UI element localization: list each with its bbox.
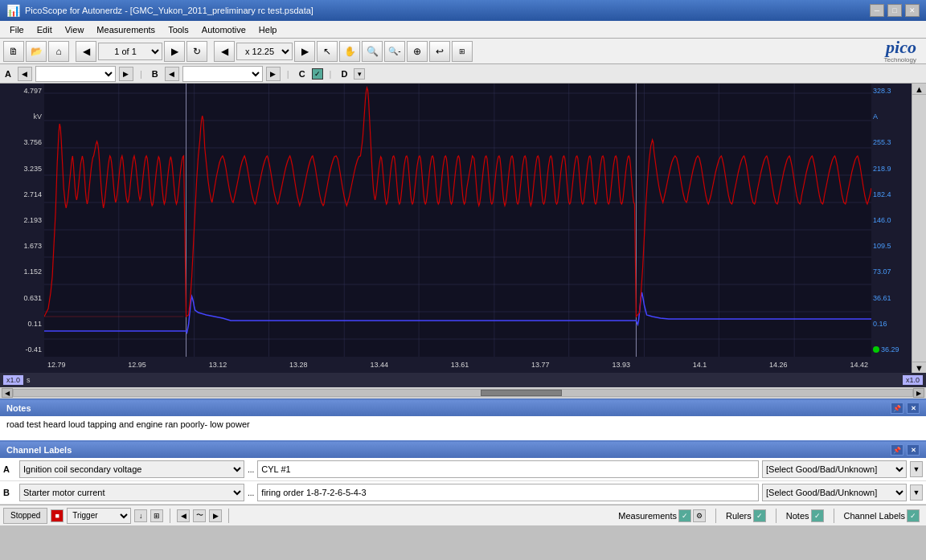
measurements-label: Measurements: [618, 511, 677, 521]
x-label-5: 13.61: [451, 361, 469, 369]
hand-tool[interactable]: ✋: [339, 41, 360, 62]
channel-b-id: B: [3, 488, 16, 497]
next-zoom-button[interactable]: ▶: [294, 41, 315, 62]
zoom-in-button[interactable]: 🔍: [362, 41, 383, 62]
channel-d-marker[interactable]: ▾: [354, 68, 365, 80]
channel-b-select[interactable]: [182, 66, 263, 82]
scroll-up-button[interactable]: ▲: [912, 84, 926, 95]
notes-header: Notes 📌 ✕: [0, 400, 926, 416]
channel-b-label: B: [149, 69, 162, 79]
channel-b-right[interactable]: ▶: [266, 67, 281, 81]
y-left-v6: 1.152: [2, 268, 42, 276]
trigger-select[interactable]: Trigger: [67, 508, 131, 524]
channel-a-label-row: A Ignition coil secondary voltage ... [S…: [0, 458, 926, 481]
measurements-settings-icon[interactable]: ⚙: [693, 509, 706, 522]
channel-labels-header: Channel Labels 📌 ✕: [0, 442, 926, 458]
cursor-tool[interactable]: ↖: [317, 41, 338, 62]
channel-a-signal-select[interactable]: Ignition coil secondary voltage: [19, 460, 244, 478]
menu-file[interactable]: File: [3, 23, 31, 36]
channel-b-rating-select[interactable]: [Select Good/Bad/Unknown]: [762, 484, 907, 501]
notes-status-icon[interactable]: ✓: [811, 509, 824, 522]
menu-automotive[interactable]: Automotive: [195, 23, 252, 36]
x-scale-row: x1.0 s x1.0: [0, 373, 926, 387]
channel-a-rating-dropdown-arrow[interactable]: ▼: [910, 461, 923, 477]
scroll-right-button[interactable]: ▶: [913, 388, 924, 398]
channel-a-left[interactable]: ◀: [18, 67, 32, 81]
pico-tech-text: Technology: [884, 56, 916, 63]
menu-edit[interactable]: Edit: [31, 23, 59, 36]
waveform-icon[interactable]: 〜: [193, 509, 206, 522]
channel-a-rating-select[interactable]: [Select Good/Bad/Unknown]: [762, 460, 907, 478]
open-button[interactable]: 📂: [26, 41, 47, 62]
y-left-unit: kV: [2, 112, 42, 121]
menu-tools[interactable]: Tools: [162, 23, 195, 36]
channel-b-left[interactable]: ◀: [165, 67, 179, 81]
notes-section: Notes 📌 ✕ road test heard loud tapping a…: [0, 399, 926, 440]
channel-labels-close-button[interactable]: ✕: [907, 444, 920, 456]
y-right-min: 36.29: [881, 345, 899, 354]
menu-help[interactable]: Help: [252, 23, 284, 36]
measurements-icon[interactable]: ✓: [678, 509, 691, 522]
separator-3: [715, 509, 716, 523]
channel-a-dots-button[interactable]: ...: [248, 465, 254, 474]
waveform-left-icon[interactable]: ◀: [177, 509, 190, 522]
menu-view[interactable]: View: [59, 23, 91, 36]
window-title: PicoScope for Autonerdz - [GMC_Yukon_201…: [25, 6, 313, 15]
rulers-icon[interactable]: ✓: [753, 509, 766, 522]
refresh-button[interactable]: ↻: [186, 41, 207, 62]
page-selector[interactable]: 1 of 1: [98, 43, 162, 60]
stopped-button[interactable]: Stopped: [3, 508, 47, 524]
y-right-v1: 255.3: [873, 138, 908, 146]
zoom-region-button[interactable]: ⊕: [407, 41, 428, 62]
home-button[interactable]: ⌂: [48, 41, 69, 62]
waveform-right-icon[interactable]: ▶: [209, 509, 222, 522]
menu-bar: File Edit View Measurements Tools Automo…: [0, 21, 926, 39]
notes-pin-button[interactable]: 📌: [891, 403, 903, 414]
next-page-button[interactable]: ▶: [164, 41, 185, 62]
horizontal-scrollbar[interactable]: ◀ ▶: [0, 387, 926, 399]
channel-a-select[interactable]: [35, 66, 116, 82]
zoom-selector[interactable]: x 12.25: [236, 43, 293, 60]
channel-a-description-input[interactable]: [257, 460, 759, 478]
channel-a-right[interactable]: ▶: [119, 67, 133, 81]
zoom-out-button[interactable]: 🔍-: [384, 41, 405, 62]
y-left-v3: 2.714: [2, 190, 42, 198]
options-button[interactable]: ⊞: [452, 41, 473, 62]
menu-measurements[interactable]: Measurements: [90, 23, 162, 36]
y-right-v2: 218.9: [873, 165, 908, 173]
stop-indicator[interactable]: ■: [51, 509, 64, 522]
trigger-options-icon[interactable]: ⊞: [150, 509, 163, 522]
new-button[interactable]: 🗎: [3, 41, 24, 62]
x-unit-badge: x1.0: [3, 375, 23, 385]
channel-labels-pin-button[interactable]: 📌: [891, 444, 903, 456]
channel-labels-status-icon[interactable]: ✓: [907, 509, 920, 522]
y-left-v1: 3.756: [2, 138, 42, 146]
channel-b-dots-button[interactable]: ...: [248, 488, 254, 497]
trigger-arrow-icon[interactable]: ↓: [134, 509, 147, 522]
title-bar: 📊 PicoScope for Autonerdz - [GMC_Yukon_2…: [0, 0, 926, 21]
channel-toolbar: A ◀ ▶ | B ◀ ▶ | C ✓ | D ▾: [0, 64, 926, 84]
scrollbar-track[interactable]: [13, 389, 913, 397]
maximize-button[interactable]: □: [887, 4, 902, 17]
channel-c-check[interactable]: ✓: [312, 68, 323, 80]
minimize-button[interactable]: ─: [870, 4, 884, 17]
y-right-v8: 0.16: [873, 320, 908, 328]
x-label-3: 13.28: [289, 361, 308, 369]
vertical-scrollbar[interactable]: ▲ ▼: [912, 84, 926, 373]
prev-zoom-button[interactable]: ◀: [214, 41, 235, 62]
scroll-left-button[interactable]: ◀: [2, 388, 13, 398]
scroll-down-button[interactable]: ▼: [912, 362, 926, 373]
channel-b-signal-select[interactable]: Starter motor current: [19, 484, 244, 501]
prev-page-button[interactable]: ◀: [76, 41, 96, 62]
scrollbar-thumb[interactable]: [481, 390, 562, 396]
close-button[interactable]: ✕: [905, 4, 920, 17]
channel-b-rating-dropdown-arrow[interactable]: ▼: [910, 484, 923, 501]
rulers-label: Rulers: [726, 511, 752, 521]
x-label-2: 13.12: [209, 361, 227, 369]
channel-b-description-input[interactable]: [257, 484, 759, 501]
notes-close-button[interactable]: ✕: [907, 403, 920, 414]
channel-a-label: A: [2, 69, 14, 79]
channel-b-dot: [873, 346, 879, 353]
undo-button[interactable]: ↩: [429, 41, 450, 62]
y-right-v6: 73.07: [873, 268, 908, 276]
